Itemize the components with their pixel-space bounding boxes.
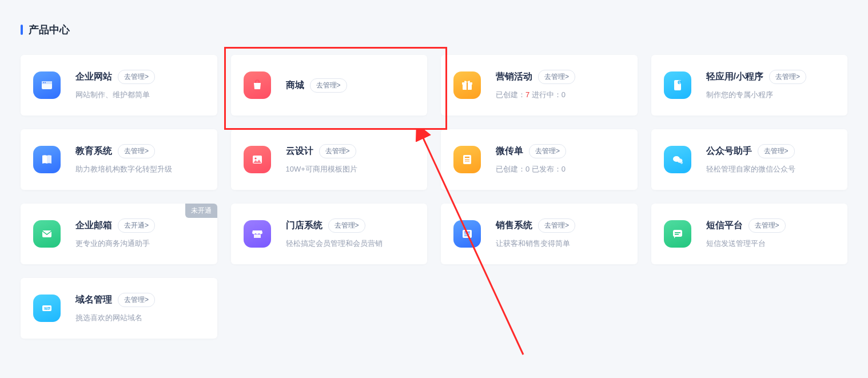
- card-desc: 制作您的专属小程序: [706, 90, 835, 100]
- card-title: 门店系统: [286, 220, 322, 232]
- svg-rect-6: [467, 82, 468, 90]
- manage-button[interactable]: 去管理>: [748, 218, 786, 233]
- card-desc: 轻松搞定会员管理和会员营销: [286, 238, 415, 249]
- gift-icon: [453, 71, 481, 99]
- card-desc: 轻松管理自家的微信公众号: [706, 164, 835, 174]
- card-sales-system[interactable]: 销售系统 去管理> 让获客和销售变得简单: [441, 204, 638, 264]
- card-title: 域名管理: [75, 294, 112, 306]
- manage-button[interactable]: 去管理>: [758, 144, 795, 158]
- list-icon: [453, 220, 481, 248]
- card-shop[interactable]: 商城 去管理>: [231, 55, 428, 116]
- section-header: 产品中心: [21, 23, 847, 37]
- sms-icon: [664, 220, 691, 248]
- mail-icon: [33, 220, 61, 248]
- card-title: 商城: [286, 79, 304, 91]
- card-title: 轻应用/小程序: [706, 71, 763, 83]
- card-cloud-design[interactable]: 云设计 去管理> 10W+可商用模板图片: [231, 129, 428, 190]
- svg-point-2: [43, 82, 44, 83]
- manage-button[interactable]: 去管理>: [529, 144, 566, 158]
- product-grid: 企业网站 去管理> 网站制作、维护都简单 商城 去管理>: [21, 55, 847, 339]
- card-desc: 网站制作、维护都简单: [75, 90, 205, 100]
- card-education[interactable]: 教育系统 去管理> 助力教培机构数字化转型升级: [21, 129, 217, 190]
- image-icon: [244, 146, 271, 173]
- section-title: 产品中心: [29, 23, 70, 37]
- card-sms-platform[interactable]: 短信平台 去管理> 短信发送管理平台: [651, 204, 848, 264]
- window-icon: [33, 71, 61, 99]
- card-desc: 让获客和销售变得简单: [496, 238, 625, 249]
- manage-button[interactable]: 去管理>: [118, 144, 155, 158]
- card-enterprise-mail[interactable]: 未开通 企业邮箱 去开通> 更专业的商务沟通助手: [21, 204, 217, 264]
- card-desc: 更专业的商务沟通助手: [75, 238, 205, 249]
- card-title: 销售系统: [496, 220, 532, 232]
- card-title: 营销活动: [496, 71, 532, 83]
- card-title: 云设计: [286, 145, 313, 157]
- svg-text:W.: W.: [44, 307, 49, 311]
- card-store-system[interactable]: 门店系统 去管理> 轻松搞定会员管理和会员营销: [231, 204, 428, 264]
- domain-icon: W.: [33, 295, 61, 322]
- card-domain-management[interactable]: W. 域名管理 去管理> 挑选喜欢的网站域名: [21, 278, 217, 339]
- card-title: 企业网站: [75, 71, 112, 83]
- manage-button[interactable]: 去管理>: [118, 293, 155, 307]
- svg-rect-13: [465, 159, 469, 160]
- card-title: 短信平台: [706, 220, 743, 232]
- card-wechat-assistant[interactable]: 公众号助手 去管理> 轻松管理自家的微信公众号: [651, 129, 848, 190]
- card-desc: 已创建：7 进行中：0: [496, 90, 625, 100]
- card-miniapp[interactable]: 轻应用/小程序 去管理> 制作您的专属小程序: [651, 55, 848, 116]
- svg-rect-26: [675, 234, 679, 235]
- svg-rect-29: [48, 307, 50, 308]
- book-icon: [33, 146, 61, 173]
- miniapp-icon: [664, 71, 691, 99]
- card-flyer[interactable]: 微传单 去管理> 已创建：0 已发布：0: [441, 129, 638, 190]
- card-title: 公众号助手: [706, 145, 752, 157]
- status-badge: 未开通: [185, 204, 217, 218]
- svg-rect-12: [465, 157, 469, 158]
- svg-rect-25: [675, 232, 680, 233]
- manage-button[interactable]: 去管理>: [319, 144, 356, 158]
- svg-rect-21: [464, 232, 470, 233]
- wechat-icon: [664, 146, 691, 173]
- svg-rect-30: [48, 309, 50, 309]
- card-desc: 短信发送管理平台: [706, 238, 835, 249]
- card-title: 教育系统: [75, 145, 112, 157]
- card-desc: 助力教培机构数字化转型升级: [75, 164, 205, 174]
- activate-button[interactable]: 去开通>: [118, 218, 155, 233]
- card-title: 企业邮箱: [75, 220, 112, 232]
- svg-rect-18: [42, 230, 51, 237]
- flyer-icon: [453, 146, 481, 173]
- store-icon: [244, 220, 271, 248]
- card-title: 微传单: [496, 145, 523, 157]
- bag-icon: [244, 71, 271, 99]
- svg-rect-23: [464, 235, 468, 236]
- section-accent-bar: [21, 25, 23, 35]
- card-marketing[interactable]: 营销活动 去管理> 已创建：7 进行中：0: [441, 55, 638, 116]
- manage-button[interactable]: 去管理>: [769, 70, 806, 84]
- manage-button[interactable]: 去管理>: [328, 218, 365, 233]
- manage-button[interactable]: 去管理>: [538, 70, 575, 84]
- card-desc: 10W+可商用模板图片: [286, 164, 415, 174]
- svg-rect-19: [254, 234, 261, 238]
- svg-rect-22: [464, 233, 470, 234]
- manage-button[interactable]: 去管理>: [310, 78, 347, 93]
- manage-button[interactable]: 去管理>: [538, 218, 575, 233]
- svg-point-3: [45, 82, 46, 83]
- svg-point-10: [254, 157, 256, 159]
- svg-rect-24: [673, 230, 682, 237]
- svg-rect-14: [465, 161, 469, 161]
- manage-button[interactable]: 去管理>: [118, 70, 155, 84]
- card-desc: 已创建：0 已发布：0: [496, 164, 625, 174]
- card-enterprise-website[interactable]: 企业网站 去管理> 网站制作、维护都简单: [21, 55, 217, 116]
- card-desc: 挑选喜欢的网站域名: [75, 313, 205, 323]
